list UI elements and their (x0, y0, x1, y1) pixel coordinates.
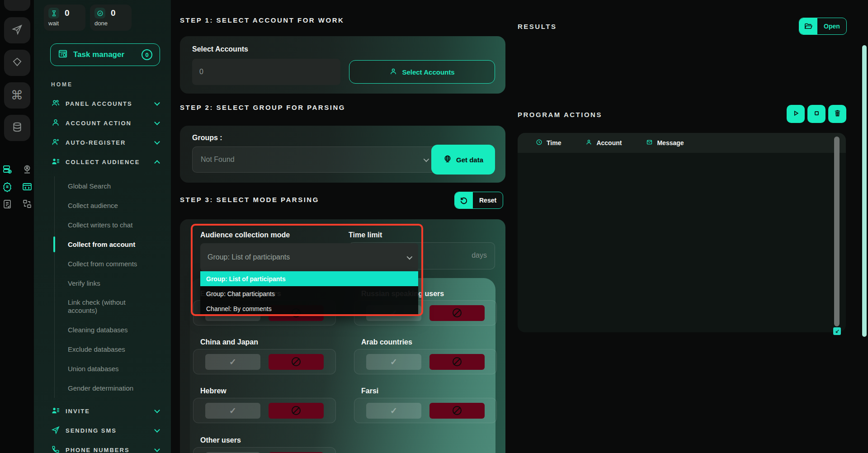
nav-label: ACCOUNT ACTION (66, 120, 150, 127)
sidebar-item-union-databases[interactable]: Union databases (68, 359, 171, 378)
program-actions-table: Time Account Message (518, 133, 846, 332)
send-rail-button[interactable] (4, 17, 30, 43)
chevron-down-icon (424, 156, 429, 162)
block-icon (292, 406, 301, 415)
block-button[interactable] (269, 403, 324, 419)
filter-label: China and Japan (200, 338, 258, 346)
audience-mode-select[interactable]: Group: List of participants (200, 243, 418, 271)
chevron-down-icon (154, 119, 160, 125)
page-scrollbar[interactable] (862, 45, 867, 337)
sidebar-item-account-action[interactable]: ACCOUNT ACTION (34, 113, 171, 133)
nav-label: PHONE NUMBERS (66, 447, 150, 453)
step2-card: Groups : Not Found Get data (180, 126, 505, 183)
user-plus-icon (51, 137, 60, 148)
chevron-down-icon (154, 100, 160, 106)
sidebar-item-auto-register[interactable]: AUTO-REGISTER (34, 133, 171, 152)
user-list-icon (51, 406, 60, 417)
sidebar-item-collect-audience[interactable]: COLLECT AUDIENCE (34, 152, 171, 172)
open-results-button[interactable]: Open (799, 18, 847, 35)
diamond-rail-button[interactable] (4, 50, 30, 76)
user-icon (585, 139, 592, 147)
filter-row-farsi: ✓ (354, 398, 497, 423)
block-button[interactable] (429, 354, 485, 370)
allow-check-button[interactable]: ✓ (366, 354, 421, 370)
done-chip: 0 done (90, 5, 132, 31)
icon-rail: ⌘ (0, 0, 34, 453)
code-window-icon[interactable] (22, 181, 33, 194)
sidebar-item-cleaning-databases[interactable]: Cleaning databases (68, 320, 171, 340)
nav-label: INVITE (66, 408, 150, 415)
chevron-up-icon (154, 160, 160, 166)
column-account: Account (585, 139, 622, 147)
task-manager-icon (58, 49, 68, 61)
table-scrollbar[interactable] (834, 137, 840, 326)
allow-check-button[interactable]: ✓ (366, 403, 421, 419)
play-button[interactable] (787, 105, 805, 123)
select-accounts-button[interactable]: Select Accounts (349, 60, 495, 84)
dropdown-option[interactable]: Group: List of participants (200, 271, 418, 286)
time-limit-label: Time limit (349, 231, 382, 239)
sidebar-item-collect-from-comments[interactable]: Collect from comments (68, 254, 171, 274)
workflow-icon[interactable] (22, 198, 33, 211)
dropdown-option[interactable]: Group: Chat participants (200, 286, 418, 301)
user-icon (389, 67, 397, 77)
column-message: Message (646, 139, 684, 147)
task-manager-button[interactable]: Task manager 0 (50, 43, 160, 66)
stop-button[interactable] (807, 105, 826, 123)
get-data-button[interactable]: Get data (431, 145, 495, 175)
sidebar-item-gender-determination[interactable]: Gender determination (68, 378, 171, 398)
block-button[interactable] (429, 305, 485, 321)
reset-button[interactable]: Reset (454, 192, 503, 209)
block-button[interactable] (429, 403, 485, 419)
play-icon (792, 109, 800, 119)
block-button[interactable] (269, 354, 324, 370)
column-time: Time (536, 139, 561, 147)
allow-check-button[interactable]: ✓ (205, 403, 260, 419)
sidebar-item-collect-from-account[interactable]: Collect from account (68, 235, 171, 254)
sidebar-item-panel-accounts[interactable]: PANEL ACCOUNTS (34, 94, 171, 113)
nav-label: COLLECT AUDIENCE (66, 159, 150, 165)
audience-mode-dropdown: Group: List of participants Group: Chat … (200, 271, 418, 316)
sidebar-item-collect-audience-sub[interactable]: Collect audience (68, 196, 171, 215)
groups-select[interactable]: Not Found (192, 146, 436, 173)
sidebar-item-verify-links[interactable]: Verify links (68, 274, 171, 293)
chevron-down-icon (154, 427, 160, 433)
groups-label: Groups : (192, 134, 222, 142)
select-accounts-button-label: Select Accounts (402, 68, 454, 76)
gear-icon[interactable] (2, 181, 13, 194)
open-results-label: Open (817, 18, 846, 34)
filter-row-other: ✓ (193, 447, 336, 453)
allow-check-button[interactable]: ✓ (205, 354, 260, 370)
sidebar-item-invite[interactable]: INVITE (34, 401, 171, 421)
app-logo-icon[interactable] (4, 0, 30, 11)
resize-grip[interactable] (833, 327, 841, 335)
account-webcam-icon[interactable] (22, 164, 33, 177)
block-icon (453, 308, 462, 317)
report-icon[interactable] (2, 198, 13, 211)
users-icon (51, 99, 60, 109)
block-icon (453, 357, 462, 366)
database-rail-button[interactable] (4, 115, 30, 141)
folder-icon (799, 18, 817, 34)
clock-icon (536, 139, 542, 147)
time-limit-suffix: days (472, 251, 487, 260)
check-circle-icon (94, 8, 105, 19)
sidebar-item-sending-sms[interactable]: SENDING SMS (34, 421, 171, 440)
dropdown-option[interactable]: Channel: By comments (200, 301, 418, 316)
stop-icon (812, 109, 821, 119)
done-count: 0 (111, 8, 116, 18)
accounts-count-input[interactable] (192, 59, 340, 85)
sidebar-item-global-search[interactable]: Global Search (68, 176, 171, 196)
audience-mode-value: Group: List of participants (208, 253, 290, 261)
program-actions-title: PROGRAM ACTIONS (518, 111, 602, 118)
audience-mode-label: Audience collection mode (200, 231, 290, 239)
delete-button[interactable] (828, 105, 846, 123)
rail-mini-icons (0, 162, 34, 213)
command-rail-button[interactable]: ⌘ (4, 82, 30, 109)
step3-title: STEP 3: SELECT MODE PARSING (180, 196, 319, 203)
sidebar-item-phone-numbers[interactable]: PHONE NUMBERS (34, 440, 171, 453)
sidebar-item-exclude-databases[interactable]: Exclude databases (68, 340, 171, 359)
sidebar-item-collect-writers[interactable]: Collect writers to chat (68, 215, 171, 235)
sidebar-item-link-check[interactable]: Link check (without accounts) (68, 293, 149, 320)
server-check-icon[interactable] (2, 164, 13, 177)
